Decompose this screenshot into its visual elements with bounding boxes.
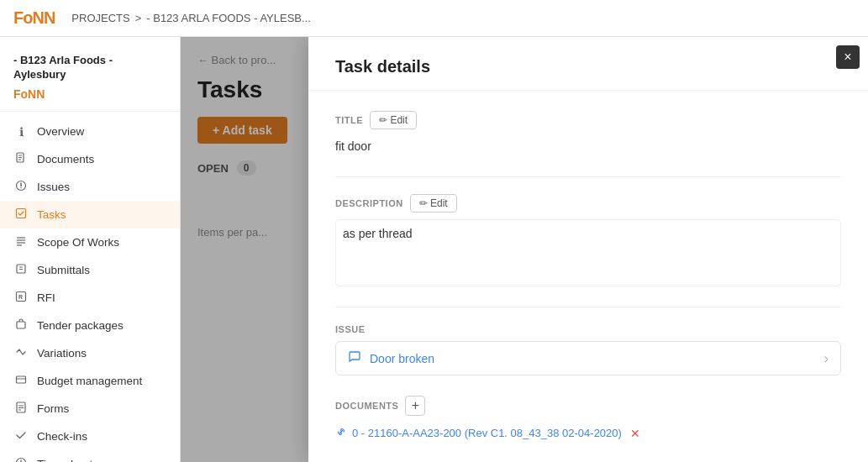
sidebar-label-rfi: RFI bbox=[37, 291, 55, 304]
title-value: fit door bbox=[335, 136, 841, 156]
topbar: FoNN PROJECTS > - B123 ARLA FOODS - AYLE… bbox=[0, 0, 868, 37]
sidebar-label-variations: Variations bbox=[37, 347, 87, 360]
documents-header: DOCUMENTS + bbox=[335, 396, 841, 416]
sidebar-item-overview[interactable]: ℹ Overview bbox=[0, 118, 180, 145]
description-field-section: DESCRIPTION ✏ Edit as per thread bbox=[335, 194, 841, 286]
documents-field-label: DOCUMENTS bbox=[335, 401, 398, 411]
modal-panel: × Task details TITLE ✏ Edit fit door bbox=[308, 37, 868, 462]
svg-rect-17 bbox=[17, 322, 25, 328]
sidebar-label-check-ins: Check-ins bbox=[37, 430, 87, 443]
sidebar-label-scope-of-works: Scope Of Works bbox=[37, 236, 119, 249]
issue-item[interactable]: Door broken › bbox=[335, 341, 841, 375]
sidebar-item-tender-packages[interactable]: Tender packages bbox=[0, 312, 180, 339]
submittals-icon bbox=[13, 263, 29, 277]
sidebar-item-issues[interactable]: Issues bbox=[0, 173, 180, 201]
issue-field-section: ISSUE Door broken › bbox=[335, 324, 841, 375]
issue-name: Door broken bbox=[370, 352, 434, 365]
description-field-label: DESCRIPTION ✏ Edit bbox=[335, 194, 841, 213]
description-edit-button[interactable]: ✏ Edit bbox=[410, 194, 457, 213]
sidebar-label-time-sheet: Time sheet bbox=[37, 458, 92, 462]
sidebar-item-tasks[interactable]: Tasks bbox=[0, 201, 180, 228]
issue-left: Door broken bbox=[348, 350, 434, 366]
checkins-icon bbox=[13, 429, 29, 444]
sidebar-label-budget: Budget management bbox=[37, 375, 142, 387]
issues-icon bbox=[13, 180, 29, 194]
description-value: as per thread bbox=[335, 219, 841, 286]
scope-icon bbox=[13, 235, 29, 249]
documents-field-section: DOCUMENTS + 0 - 21160-A-AA23-200 (Rev C1… bbox=[335, 396, 841, 440]
breadcrumb-sep: > bbox=[135, 12, 142, 24]
svg-text:R: R bbox=[18, 294, 23, 300]
forms-icon bbox=[13, 402, 29, 416]
sidebar-item-rfi[interactable]: R RFI bbox=[0, 284, 180, 312]
title-edit-button[interactable]: ✏ Edit bbox=[370, 111, 417, 129]
tasks-icon bbox=[13, 207, 29, 222]
sidebar-item-time-sheet[interactable]: Time sheet bbox=[0, 450, 180, 462]
issue-chat-icon bbox=[348, 350, 361, 366]
svg-rect-18 bbox=[17, 376, 26, 383]
variations-icon bbox=[13, 346, 29, 360]
modal-title: Task details bbox=[335, 57, 841, 76]
sidebar-label-issues: Issues bbox=[37, 181, 70, 193]
sidebar-logo-small: FoNN bbox=[13, 87, 166, 101]
issue-chevron-icon: › bbox=[824, 351, 829, 366]
main-layout: - B123 Arla Foods -Aylesbury FoNN ℹ Over… bbox=[0, 37, 868, 462]
sidebar: - B123 Arla Foods -Aylesbury FoNN ℹ Over… bbox=[0, 37, 181, 462]
modal-header: Task details bbox=[308, 37, 868, 91]
sidebar-nav: ℹ Overview Documents Issues Tasks bbox=[0, 112, 180, 462]
sidebar-item-scope-of-works[interactable]: Scope Of Works bbox=[0, 228, 180, 256]
modal-overlay: × Task details TITLE ✏ Edit fit door bbox=[181, 37, 868, 462]
topbar-logo: FoNN bbox=[13, 8, 55, 28]
doc-remove-button[interactable]: ✕ bbox=[630, 427, 640, 440]
svg-point-6 bbox=[20, 187, 21, 188]
sidebar-label-tender: Tender packages bbox=[37, 319, 124, 332]
sidebar-item-check-ins[interactable]: Check-ins bbox=[0, 423, 180, 450]
sidebar-project-name: - B123 Arla Foods -Aylesbury bbox=[13, 54, 166, 82]
modal-close-button[interactable]: × bbox=[836, 45, 860, 69]
sidebar-label-submittals: Submittals bbox=[37, 264, 90, 276]
doc-link-text: 0 - 21160-A-AA23-200 (Rev C1. 08_43_38 0… bbox=[352, 427, 622, 439]
modal-body: TITLE ✏ Edit fit door DESCRIPTION ✏ Edit… bbox=[308, 91, 868, 462]
breadcrumb: PROJECTS > - B123 ARLA FOODS - AYLESB... bbox=[71, 12, 311, 24]
sidebar-label-overview: Overview bbox=[37, 125, 84, 138]
svg-rect-7 bbox=[17, 208, 26, 218]
timesheet-icon bbox=[13, 457, 29, 462]
sidebar-item-submittals[interactable]: Submittals bbox=[0, 256, 180, 284]
documents-icon bbox=[13, 152, 29, 166]
sidebar-item-budget[interactable]: Budget management bbox=[0, 367, 180, 395]
breadcrumb-project: - B123 ARLA FOODS - AYLESB... bbox=[146, 12, 311, 24]
tender-icon bbox=[13, 318, 29, 333]
rfi-icon: R bbox=[13, 291, 29, 305]
document-link[interactable]: 0 - 21160-A-AA23-200 (Rev C1. 08_43_38 0… bbox=[335, 426, 841, 440]
issue-field-label: ISSUE bbox=[335, 324, 841, 334]
description-divider bbox=[335, 307, 841, 307]
sidebar-label-documents: Documents bbox=[37, 153, 94, 165]
sidebar-item-variations[interactable]: Variations bbox=[0, 339, 180, 367]
info-icon: ℹ bbox=[13, 125, 29, 139]
link-icon bbox=[335, 426, 347, 440]
sidebar-label-tasks: Tasks bbox=[37, 208, 66, 221]
sidebar-item-forms[interactable]: Forms bbox=[0, 395, 180, 423]
sidebar-project: - B123 Arla Foods -Aylesbury FoNN bbox=[0, 47, 180, 112]
title-field-label: TITLE ✏ Edit bbox=[335, 111, 841, 129]
title-field-section: TITLE ✏ Edit fit door bbox=[335, 111, 841, 156]
title-divider bbox=[335, 176, 841, 177]
sidebar-item-documents[interactable]: Documents bbox=[0, 145, 180, 173]
breadcrumb-projects[interactable]: PROJECTS bbox=[71, 12, 129, 24]
budget-icon bbox=[13, 374, 29, 388]
content-area: ← Back to pro... Tasks + Add task OPEN 0… bbox=[181, 37, 868, 462]
add-document-button[interactable]: + bbox=[405, 396, 425, 416]
sidebar-label-forms: Forms bbox=[37, 402, 69, 415]
